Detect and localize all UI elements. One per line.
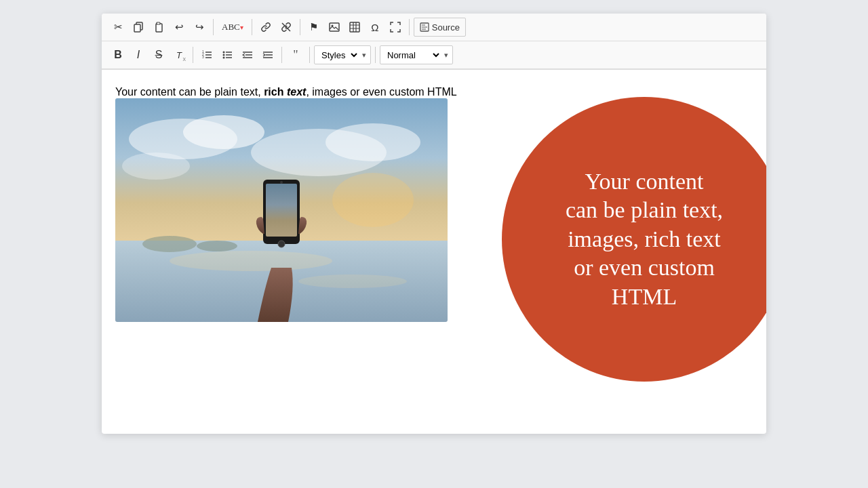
flag-button[interactable]: ⚑ xyxy=(304,18,323,37)
separator-7 xyxy=(309,47,310,63)
svg-point-45 xyxy=(197,241,237,251)
separator-6 xyxy=(281,47,282,63)
svg-rect-5 xyxy=(330,23,339,31)
page-wrapper: ✂ ↩ ↪ ABC ▾ xyxy=(102,14,766,474)
removeformat-button[interactable]: Tx xyxy=(170,45,189,64)
svg-point-44 xyxy=(142,236,197,252)
paste-button[interactable] xyxy=(149,18,168,37)
undo-button[interactable]: ↩ xyxy=(170,18,189,37)
outdent-button[interactable] xyxy=(238,45,257,64)
overlay-line5: HTML xyxy=(612,284,677,309)
unlink-icon xyxy=(281,22,292,33)
svg-text:3: 3 xyxy=(202,55,204,59)
separator-2 xyxy=(252,19,252,35)
svg-rect-48 xyxy=(266,184,297,237)
bold-button[interactable]: B xyxy=(108,45,127,64)
svg-point-40 xyxy=(332,173,414,227)
spellcheck-button[interactable]: ABC ▾ xyxy=(218,18,248,37)
svg-point-43 xyxy=(298,274,407,288)
separator-8 xyxy=(375,47,376,63)
orderedlist-button[interactable]: 1 2 3 xyxy=(197,45,216,64)
source-label: Source xyxy=(432,22,460,33)
svg-point-26 xyxy=(223,54,225,56)
spellcheck-label: ABC xyxy=(222,22,240,33)
maximize-button[interactable] xyxy=(386,18,405,37)
overlay-line1: Your content xyxy=(585,169,703,194)
unorderedlist-button[interactable] xyxy=(218,45,237,64)
outdent-icon xyxy=(242,49,253,60)
link-icon xyxy=(260,22,271,33)
source-button[interactable]: Source xyxy=(414,18,466,37)
toolbar-row-2: B I S Tx 1 2 3 xyxy=(102,41,766,70)
cut-button[interactable]: ✂ xyxy=(108,18,127,37)
separator-1 xyxy=(213,19,214,35)
format-arrow: ▾ xyxy=(444,51,448,60)
styles-select[interactable]: Styles xyxy=(319,49,359,61)
orderedlist-icon: 1 2 3 xyxy=(201,49,212,60)
blockquote-button[interactable]: " xyxy=(286,45,305,64)
image-button[interactable] xyxy=(325,18,344,37)
bold-label: B xyxy=(114,49,122,61)
align-button[interactable] xyxy=(345,18,364,37)
image-icon xyxy=(329,22,340,33)
strikethrough-label: S xyxy=(155,49,163,61)
content-text: Your content can be plain text, rich tex… xyxy=(115,86,529,98)
svg-rect-2 xyxy=(156,24,162,32)
svg-point-39 xyxy=(122,152,190,180)
content-bold: rich xyxy=(264,86,287,98)
photo-svg xyxy=(115,98,448,322)
separator-5 xyxy=(193,47,193,63)
overlay-line2: can be plain text, xyxy=(566,197,723,222)
strikethrough-button[interactable]: S xyxy=(149,45,168,64)
overlay-text: Your content can be plain text, images, … xyxy=(538,134,750,346)
styles-arrow: ▾ xyxy=(362,51,366,60)
overlay-line4: or even custom xyxy=(574,255,715,280)
content-end: , images or even custom HTML xyxy=(306,86,456,98)
source-icon xyxy=(420,22,429,32)
content-image xyxy=(115,98,448,322)
svg-point-38 xyxy=(326,123,420,161)
maximize-icon xyxy=(390,22,401,33)
format-select[interactable]: Normal Heading 1 Heading 2 Heading 3 xyxy=(384,49,441,61)
svg-rect-3 xyxy=(157,22,160,24)
table-icon xyxy=(349,22,360,33)
svg-point-25 xyxy=(223,52,225,54)
removeformat-label: T xyxy=(176,50,182,60)
overlay-line3: images, rich text xyxy=(568,226,721,251)
special-char-button[interactable]: Ω xyxy=(366,18,384,37)
content-plain: Your content can be plain text, xyxy=(115,86,264,98)
toolbar-row-1: ✂ ↩ ↪ ABC ▾ xyxy=(102,14,766,41)
italic-button[interactable]: I xyxy=(129,45,148,64)
svg-rect-7 xyxy=(350,22,359,32)
styles-select-wrapper[interactable]: Styles ▾ xyxy=(314,45,371,64)
format-select-wrapper[interactable]: Normal Heading 1 Heading 2 Heading 3 ▾ xyxy=(380,45,453,64)
svg-point-36 xyxy=(183,115,264,149)
editor-content: Your content can be plain text, rich tex… xyxy=(102,70,766,409)
right-panel: Your content can be plain text, images, … xyxy=(542,70,766,409)
svg-point-49 xyxy=(278,241,285,247)
svg-point-27 xyxy=(223,57,225,59)
editor-container: ✂ ↩ ↪ ABC ▾ xyxy=(102,14,766,434)
removeformat-subscript: x xyxy=(183,56,186,62)
paste-icon xyxy=(153,22,164,33)
spellcheck-arrow: ▾ xyxy=(240,24,243,31)
unlink-button[interactable] xyxy=(277,18,296,37)
copy-icon xyxy=(133,22,144,33)
indent-button[interactable] xyxy=(258,45,277,64)
separator-3 xyxy=(300,19,300,35)
overlay-circle: Your content can be plain text, images, … xyxy=(502,97,766,382)
italic-label: I xyxy=(137,49,140,61)
copy-button[interactable] xyxy=(129,18,148,37)
indent-icon xyxy=(262,49,273,60)
svg-point-42 xyxy=(170,251,332,271)
svg-rect-1 xyxy=(134,24,140,32)
svg-point-50 xyxy=(280,181,283,184)
unorderedlist-icon xyxy=(222,49,233,60)
content-bold-italic: text xyxy=(287,86,306,98)
redo-button[interactable]: ↪ xyxy=(190,18,209,37)
link-button[interactable] xyxy=(256,18,275,37)
separator-4 xyxy=(409,19,410,35)
